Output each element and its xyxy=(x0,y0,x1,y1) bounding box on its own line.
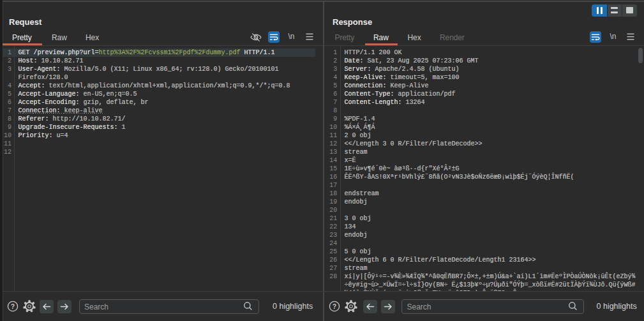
svg-text:?: ? xyxy=(11,302,15,310)
svg-text:?: ? xyxy=(333,302,336,310)
